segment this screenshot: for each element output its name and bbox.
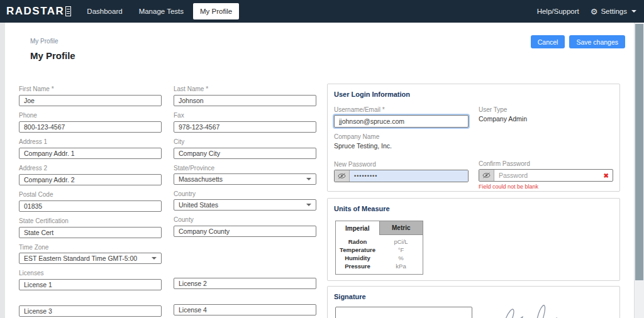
field-license-1: Licenses xyxy=(19,270,162,290)
confirm-password-input[interactable]: Password xyxy=(494,170,604,181)
help-support-label: Help/Support xyxy=(537,8,579,15)
units-row-temperature: Temperature °F xyxy=(336,246,423,254)
field-state-province: State/Province Massachusetts xyxy=(174,165,316,185)
nav-tabs: Dashboard Manage Tests My Profile xyxy=(80,3,239,19)
page-title: My Profile xyxy=(30,50,75,61)
state-certification-input[interactable] xyxy=(19,227,162,238)
first-name-label: First Name * xyxy=(19,85,162,93)
field-address-2: Address 2 xyxy=(19,165,162,185)
unit-name: Humidity xyxy=(336,255,379,261)
address-1-input[interactable] xyxy=(19,148,162,159)
cancel-button[interactable]: Cancel xyxy=(531,35,565,48)
confirm-password-group: Password ✖ xyxy=(479,169,613,182)
fax-input[interactable] xyxy=(174,121,316,133)
country-label: Country xyxy=(174,190,316,198)
password-visibility-toggle[interactable] xyxy=(479,170,494,181)
address-2-input[interactable] xyxy=(19,174,162,185)
new-password-group: ••••••••• xyxy=(334,170,469,182)
field-user-type: User Type Company Admin xyxy=(479,106,613,128)
settings-label: Settings xyxy=(601,8,627,15)
address-2-label: Address 2 xyxy=(19,165,162,172)
postal-code-input[interactable] xyxy=(19,200,162,212)
signature-image xyxy=(492,295,593,318)
field-fax: Fax xyxy=(174,112,316,133)
field-time-zone: Time Zone EST Eastern Standard Time GMT-… xyxy=(19,244,162,264)
nav-tab-my-profile[interactable]: My Profile xyxy=(193,3,239,19)
password-visibility-toggle[interactable] xyxy=(335,170,350,182)
chevron-down-icon xyxy=(631,10,636,13)
field-license-2 xyxy=(174,268,316,289)
units-row-humidity: Humidity % xyxy=(336,254,423,262)
postal-code-label: Postal Code xyxy=(19,191,162,199)
license-3-label xyxy=(19,296,162,304)
signature-input[interactable] xyxy=(335,307,472,318)
field-postal-code: Postal Code xyxy=(19,191,162,212)
unit-value: kPa xyxy=(379,263,423,270)
field-country: Country United States xyxy=(174,190,316,211)
brand-logo[interactable]: RADSTAR xyxy=(6,5,71,18)
field-last-name: Last Name * xyxy=(174,85,316,106)
last-name-label: Last Name * xyxy=(174,85,316,93)
license-1-input[interactable] xyxy=(19,279,162,290)
field-phone: Phone xyxy=(19,112,162,133)
main-content: My Profile My Profile Cancel Save change… xyxy=(5,23,634,318)
license-4-input[interactable] xyxy=(174,304,316,315)
address-1-label: Address 1 xyxy=(19,138,162,146)
county-input[interactable] xyxy=(174,226,316,237)
unit-value: °F xyxy=(379,246,423,253)
panel-spacer xyxy=(479,134,613,160)
country-select[interactable]: United States xyxy=(174,199,316,211)
unit-name: Temperature xyxy=(336,246,379,253)
user-login-panel: User Login Information Username/Email * … xyxy=(327,84,620,192)
chevron-down-icon xyxy=(306,204,311,206)
state-province-select[interactable]: Massachusetts xyxy=(174,173,316,185)
scrollbar-thumb[interactable] xyxy=(635,24,643,280)
license-3-input[interactable] xyxy=(19,305,162,317)
gear-icon: ⚙ xyxy=(591,8,598,16)
licenses-label: Licenses xyxy=(19,270,162,277)
username-email-label: Username/Email * xyxy=(334,106,469,114)
city-label: City xyxy=(174,138,316,146)
city-input[interactable] xyxy=(174,148,316,159)
units-tab-imperial[interactable]: Imperial xyxy=(336,221,379,235)
field-confirm-password: Confirm Password Password ✖ xyxy=(479,160,613,190)
field-county: County xyxy=(174,216,316,237)
unit-name: Radon xyxy=(336,238,379,245)
chevron-down-icon xyxy=(306,178,311,180)
confirm-password-placeholder: Password xyxy=(499,172,599,179)
brand-logo-icon xyxy=(65,6,71,16)
field-license-3 xyxy=(19,296,162,317)
field-address-1: Address 1 xyxy=(19,138,162,159)
user-type-label: User Type xyxy=(479,106,613,114)
first-name-input[interactable] xyxy=(19,95,162,106)
nav-tab-dashboard[interactable]: Dashboard xyxy=(80,3,129,19)
new-password-input[interactable]: ••••••••• xyxy=(350,170,468,182)
license-2-input[interactable] xyxy=(174,278,316,289)
username-email-input[interactable] xyxy=(334,115,469,128)
field-new-password: New Password ••••••••• xyxy=(334,161,469,182)
unit-value: pCi/L xyxy=(379,238,423,245)
new-password-label: New Password xyxy=(334,161,469,168)
units-tab-metric[interactable]: Metric xyxy=(379,221,423,235)
navbar-right: Help/Support ⚙ Settings xyxy=(537,8,644,16)
settings-menu[interactable]: ⚙ Settings xyxy=(591,8,636,16)
profile-form-column-1: First Name * Phone Address 1 Address 2 P… xyxy=(19,85,162,318)
nav-tab-manage-tests[interactable]: Manage Tests xyxy=(132,3,191,19)
field-state-certification: State Certification xyxy=(19,217,162,238)
units-of-measure-panel: Units of Measure Imperial Metric Radon p… xyxy=(327,198,620,281)
phone-label: Phone xyxy=(19,112,162,119)
time-zone-value: EST Eastern Standard Time GMT-5:00 xyxy=(24,255,137,262)
signature-panel: Signature xyxy=(327,286,620,318)
help-support-link[interactable]: Help/Support xyxy=(537,8,579,15)
time-zone-select[interactable]: EST Eastern Standard Time GMT-5:00 xyxy=(19,253,162,264)
profile-form-column-2: Last Name * Fax City State/Province Mass… xyxy=(174,85,316,318)
field-first-name: First Name * xyxy=(19,85,162,106)
last-name-input[interactable] xyxy=(174,95,316,106)
chevron-down-icon xyxy=(152,257,157,260)
save-changes-button[interactable]: Save changes xyxy=(569,35,625,48)
invalid-icon: ✖ xyxy=(604,170,613,181)
phone-input[interactable] xyxy=(19,121,162,133)
field-city: City xyxy=(174,138,316,159)
license-2-label xyxy=(174,268,316,276)
field-company-name: Company Name Spruce Testing, Inc. xyxy=(334,133,469,155)
